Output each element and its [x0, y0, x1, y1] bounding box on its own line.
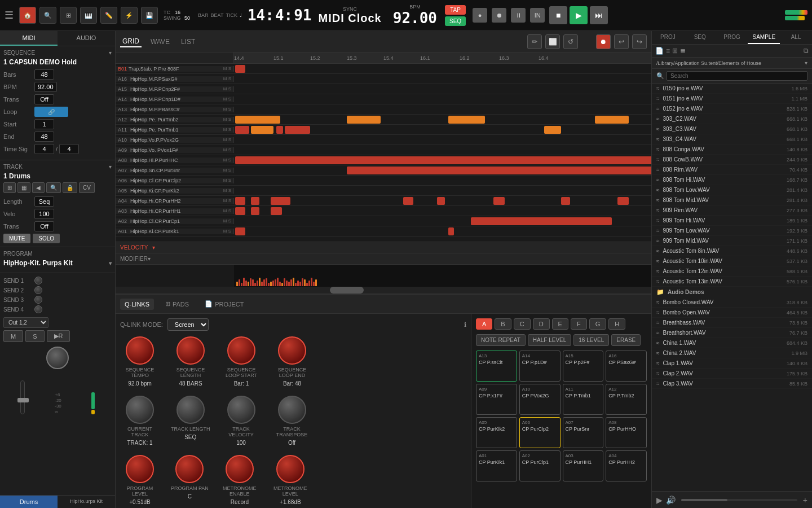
list-item[interactable]: ≈Acoustic Tom 10in.WAV537.1 KB: [652, 256, 812, 266]
half-level-btn[interactable]: HALF LEVEL: [528, 334, 571, 346]
audio-tab[interactable]: AUDIO: [58, 31, 115, 46]
track-clip-area[interactable]: [234, 84, 651, 94]
project-tab[interactable]: 📄PROJECT: [200, 298, 248, 310]
bpm-display[interactable]: 92.00: [393, 10, 437, 27]
send2-knob[interactable]: [34, 286, 42, 294]
note-repeat-btn[interactable]: NOTE REPEAT: [476, 334, 526, 346]
select-tool[interactable]: ⬜: [545, 34, 560, 49]
steprecord-btn[interactable]: ⏸: [511, 8, 526, 23]
folder-item[interactable]: 📁Audio Demos: [652, 287, 812, 297]
metro-enable-knob[interactable]: [226, 455, 254, 483]
list-item[interactable]: ≈909 Tom Mid.WAV171.1 KB: [652, 236, 812, 246]
list-item[interactable]: ≈China 1.WAV684.4 KB: [652, 338, 812, 348]
track-clip-area[interactable]: [234, 165, 651, 176]
track-left-btn[interactable]: ◀: [32, 182, 45, 193]
track-view-btn[interactable]: ▦: [17, 182, 30, 193]
pad-a08[interactable]: A08 CP PurHHO: [606, 417, 647, 448]
horizontal-scrollbar[interactable]: [116, 287, 651, 294]
send3-knob[interactable]: [34, 296, 42, 304]
send4-knob[interactable]: [34, 305, 42, 313]
pad-a03[interactable]: A03 CP PurHH1: [563, 450, 604, 481]
seq-collapse-icon[interactable]: ▾: [109, 50, 112, 56]
pad-bank-a[interactable]: A: [476, 318, 492, 330]
play-preview-btn[interactable]: ▶: [656, 496, 663, 505]
speaker-btn[interactable]: 🔊: [666, 496, 676, 505]
bpm-val[interactable]: 92.00: [34, 82, 57, 92]
sixteen-level-btn[interactable]: 16 LEVEL: [573, 334, 609, 346]
save-icon-btn[interactable]: 💾: [141, 7, 158, 24]
velo-val[interactable]: 100: [34, 209, 54, 219]
pad-a04[interactable]: A04 CP PurHH2: [606, 450, 647, 481]
loop-button[interactable]: 🔗: [34, 107, 68, 117]
file-icon[interactable]: 📄: [655, 47, 664, 55]
pad-a12[interactable]: A12 CP P.Tmb2: [606, 384, 647, 415]
list-item[interactable]: ≈Clap 2.WAV175.9 KB: [652, 369, 812, 379]
start-val[interactable]: 1: [34, 119, 54, 129]
main-knob[interactable]: [46, 347, 69, 369]
list-item[interactable]: ≈303_C3.WAV668.1 KB: [652, 124, 812, 134]
pad-bank-c[interactable]: C: [514, 318, 531, 330]
track-clip-area[interactable]: [234, 176, 651, 186]
pencil-tool[interactable]: ✏: [527, 34, 542, 49]
instrument-icon-btn[interactable]: 🎹: [80, 7, 97, 24]
pad-a15[interactable]: A15 CP P.p2F#: [563, 351, 604, 382]
list-item[interactable]: ≈808 CowB.WAV244.0 KB: [652, 155, 812, 165]
list-item[interactable]: ≈Clap 3.WAV85.8 KB: [652, 379, 812, 389]
list-item[interactable]: ≈China 2.WAV1.9 MB: [652, 348, 812, 358]
drums-tab[interactable]: Drums: [0, 496, 58, 508]
edit-icon-btn[interactable]: ✏️: [100, 7, 117, 24]
list-item[interactable]: ≈Bombo Closed.WAV318.8 KB: [652, 297, 812, 308]
pad-a01[interactable]: A01 CP PurKik1: [476, 450, 517, 481]
pad-bank-h[interactable]: H: [608, 318, 625, 330]
track-velocity-knob[interactable]: [227, 396, 255, 424]
pad-bank-b[interactable]: B: [495, 318, 511, 330]
list-item[interactable]: ≈Acoustic Tom 12in.WAV588.1 KB: [652, 266, 812, 277]
record-btn[interactable]: ●: [473, 8, 487, 23]
qlink-info-icon[interactable]: ℹ: [464, 321, 466, 329]
track-clip-area[interactable]: [234, 145, 651, 155]
overrecord-btn[interactable]: ⏺: [492, 8, 506, 23]
proj-tab[interactable]: PROJ: [652, 31, 684, 44]
program-name[interactable]: HipHop-Kit. Purps Kit ▾: [3, 259, 112, 267]
list-item[interactable]: ≈Breathshort.WAV76.7 KB: [652, 328, 812, 338]
list-item[interactable]: ≈808 Rim.WAV70.4 KB: [652, 165, 812, 175]
pads-tab[interactable]: ⊞PADS: [161, 298, 193, 310]
hiphop-tab[interactable]: HipHo.urps Kit: [58, 496, 115, 508]
grid-tab[interactable]: GRID: [120, 36, 142, 47]
in-btn[interactable]: IN: [530, 8, 545, 23]
velocity-expand-icon[interactable]: ▾: [152, 244, 155, 251]
search-input[interactable]: [667, 71, 807, 81]
output-select[interactable]: Out 1,2: [3, 317, 48, 328]
list-item[interactable]: ≈Acoustic Tom 8in.WAV448.6 KB: [652, 246, 812, 256]
list-item[interactable]: ≈909 Tom Low.WAV192.3 KB: [652, 226, 812, 236]
pad-a05[interactable]: A05 CP PurKlk2: [476, 417, 517, 448]
track-name[interactable]: 1 Drums: [3, 172, 112, 180]
list-item[interactable]: ≈0151 jno e.WAV1.1 MB: [652, 94, 812, 104]
beat-display[interactable]: 4:: [275, 7, 293, 24]
hamburger-icon[interactable]: ☰: [5, 9, 14, 21]
seq-length-knob[interactable]: [176, 336, 205, 365]
pad-bank-d[interactable]: D: [533, 318, 550, 330]
preview-progress[interactable]: [681, 499, 797, 501]
seq-tempo-knob[interactable]: [126, 336, 154, 365]
midi-tab[interactable]: MIDI: [0, 31, 58, 46]
play-button[interactable]: ▶: [570, 6, 588, 24]
redo-tool[interactable]: ↪: [632, 34, 647, 49]
pad-bank-g[interactable]: G: [589, 318, 607, 330]
pad-a06[interactable]: A06 CP PurClp2: [519, 417, 561, 448]
track-clip-area[interactable]: [234, 155, 651, 165]
track-clip-area[interactable]: [234, 104, 651, 115]
current-track-knob[interactable]: [126, 396, 154, 424]
bar-display[interactable]: 14:: [248, 7, 274, 24]
ff-button[interactable]: ⏭: [590, 6, 608, 24]
track-cv-btn[interactable]: CV: [79, 182, 95, 193]
pad-a16[interactable]: A16 CP PSaxG#: [606, 351, 647, 382]
list-tab[interactable]: LIST: [179, 37, 197, 47]
track-trans-val[interactable]: Off: [34, 221, 54, 231]
seq-loop-start-knob[interactable]: [227, 336, 255, 365]
stop-button[interactable]: ■: [549, 6, 567, 24]
track-clip-area[interactable]: [234, 206, 651, 216]
mute-button[interactable]: MUTE: [3, 234, 30, 243]
list-item[interactable]: ≈0150 jno e.WAV1.6 MB: [652, 84, 812, 94]
timesig-den[interactable]: 4: [59, 144, 79, 154]
